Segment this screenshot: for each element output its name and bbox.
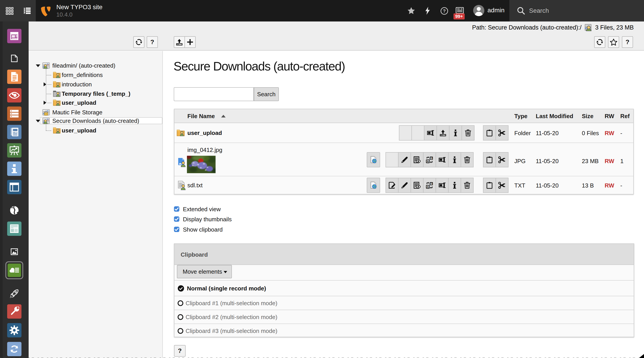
- svg-text:B: B: [430, 182, 432, 185]
- svg-text:A: A: [427, 185, 429, 188]
- svg-text:B: B: [430, 156, 432, 160]
- svg-text:A: A: [427, 160, 429, 163]
- svg-text:?: ?: [443, 8, 446, 14]
